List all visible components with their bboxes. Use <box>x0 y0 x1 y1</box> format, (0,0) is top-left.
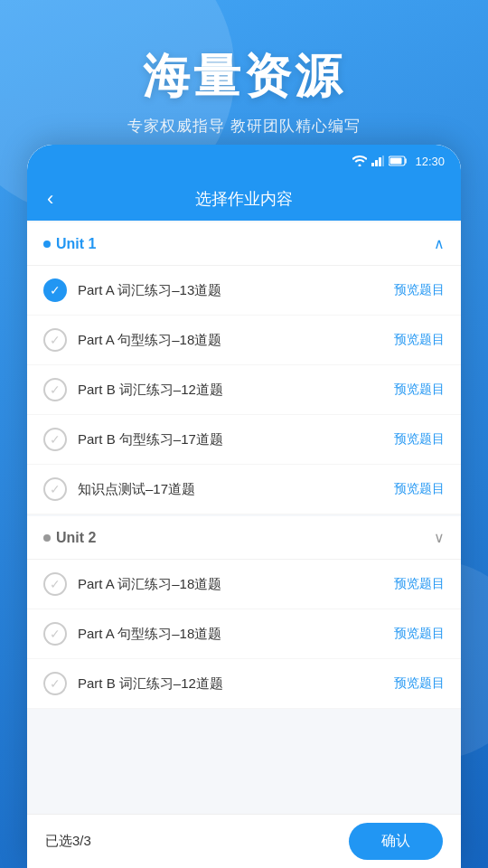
wifi-icon <box>352 156 367 166</box>
bottom-bar: 已选3/3 确认 <box>27 814 461 868</box>
exercise-item-1-2[interactable]: ✓ Part A 句型练习–18道题 预览题目 <box>27 316 461 365</box>
preview-link-1-3[interactable]: 预览题目 <box>394 382 445 398</box>
back-button[interactable]: ‹ <box>40 184 61 214</box>
unit-label-1: Unit 1 <box>56 236 96 252</box>
exercise-name-1-5: 知识点测试–17道题 <box>78 481 394 498</box>
navbar-title: 选择作业内容 <box>195 188 293 210</box>
exercise-name-1-3: Part B 词汇练习–12道题 <box>78 382 394 399</box>
selected-count: 已选3/3 <box>45 833 91 850</box>
preview-link-1-2[interactable]: 预览题目 <box>394 332 445 348</box>
check-icon-1-5: ✓ <box>43 477 67 501</box>
check-icon-1-4: ✓ <box>43 428 67 451</box>
svg-rect-0 <box>371 163 374 166</box>
status-icons: 12:30 <box>352 155 445 168</box>
exercise-name-1-4: Part B 句型练习–17道题 <box>78 431 394 448</box>
unit-header-1[interactable]: Unit 1 ∧ <box>27 222 461 266</box>
exercise-item-1-3[interactable]: ✓ Part B 词汇练习–12道题 预览题目 <box>27 365 461 415</box>
preview-link-2-2[interactable]: 预览题目 <box>394 626 445 642</box>
svg-rect-2 <box>379 157 381 166</box>
hero-title: 海量资源 <box>143 45 345 108</box>
exercise-item-1-5[interactable]: ✓ 知识点测试–17道题 预览题目 <box>27 465 461 514</box>
check-icon-2-1: ✓ <box>43 572 67 596</box>
exercise-item-2-1[interactable]: ✓ Part A 词汇练习–18道题 预览题目 <box>27 560 461 609</box>
check-icon-1-1: ✓ <box>43 278 67 302</box>
unit-header-left-1: Unit 1 <box>43 236 96 252</box>
navbar: ‹ 选择作业内容 <box>27 177 461 221</box>
preview-link-1-4[interactable]: 预览题目 <box>394 431 445 448</box>
unit-label-2: Unit 2 <box>56 530 96 546</box>
check-icon-1-2: ✓ <box>43 328 67 352</box>
status-bar: 12:30 <box>27 145 461 177</box>
preview-link-1-5[interactable]: 预览题目 <box>394 481 445 497</box>
unit-dot-1 <box>43 241 51 248</box>
exercise-item-1-1[interactable]: ✓ Part A 词汇练习–13道题 预览题目 <box>27 266 461 316</box>
content-area: Unit 1 ∧ ✓ Part A 词汇练习–13道题 预览题目 ✓ Part … <box>27 221 461 814</box>
unit-chevron-2: ∨ <box>434 529 445 546</box>
confirm-button[interactable]: 确认 <box>349 823 443 860</box>
check-icon-2-3: ✓ <box>43 672 67 695</box>
check-icon-1-3: ✓ <box>43 378 67 401</box>
svg-rect-3 <box>382 156 384 166</box>
unit-header-2[interactable]: Unit 2 ∨ <box>27 516 461 560</box>
svg-rect-1 <box>375 160 378 166</box>
exercise-name-2-3: Part B 词汇练习–12道题 <box>78 675 394 693</box>
phone-frame: 12:30 ‹ 选择作业内容 Unit 1 ∧ ✓ Part A 词汇练习–13… <box>27 145 461 868</box>
svg-rect-5 <box>390 158 402 165</box>
exercise-name-2-2: Part A 句型练习–18道题 <box>78 626 394 643</box>
exercise-name-1-1: Part A 词汇练习–13道题 <box>78 282 394 299</box>
exercise-item-1-4[interactable]: ✓ Part B 句型练习–17道题 预览题目 <box>27 415 461 465</box>
hero-subtitle: 专家权威指导 教研团队精心编写 <box>127 116 361 137</box>
exercise-name-1-2: Part A 句型练习–18道题 <box>78 332 394 349</box>
unit-dot-2 <box>43 534 51 542</box>
preview-link-1-1[interactable]: 预览题目 <box>394 282 445 298</box>
clock: 12:30 <box>415 155 445 168</box>
check-icon-2-2: ✓ <box>43 622 67 646</box>
signal-icon <box>371 156 384 166</box>
exercise-name-2-1: Part A 词汇练习–18道题 <box>78 576 394 593</box>
preview-link-2-3[interactable]: 预览题目 <box>394 675 445 692</box>
unit-chevron-1: ∧ <box>434 235 445 252</box>
battery-icon <box>389 156 408 166</box>
preview-link-2-1[interactable]: 预览题目 <box>394 576 445 592</box>
exercise-item-2-2[interactable]: ✓ Part A 句型练习–18道题 预览题目 <box>27 609 461 659</box>
unit-header-left-2: Unit 2 <box>43 530 96 546</box>
exercise-item-2-3[interactable]: ✓ Part B 词汇练习–12道题 预览题目 <box>27 659 461 709</box>
